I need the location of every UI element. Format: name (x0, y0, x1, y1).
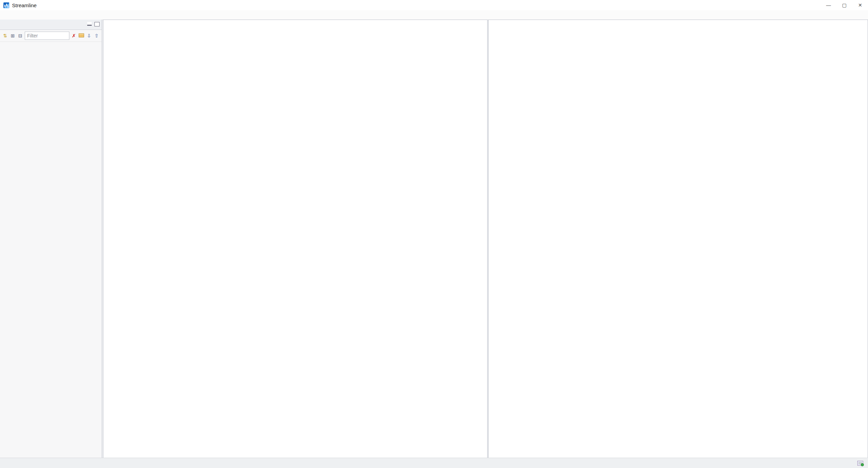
maximize-view-icon[interactable] (94, 22, 100, 26)
window-title: Streamline (12, 2, 37, 8)
title-bar: Streamline — ▢ ✕ (0, 0, 868, 11)
sidebar-tab-bar (0, 20, 102, 30)
sidebar-toolbar: ⇅ ⊞ ⊟ ✗ ⇩ ⇧ (0, 30, 102, 42)
close-button[interactable]: ✕ (852, 0, 868, 10)
clear-filter-icon[interactable]: ✗ (71, 33, 77, 38)
filter-input[interactable] (25, 32, 69, 40)
open-folder-icon[interactable] (78, 33, 84, 38)
window-controls: — ▢ ✕ (821, 0, 868, 10)
timeline-panel-300vulkan (488, 20, 868, 458)
export-icon[interactable]: ⇧ (93, 33, 100, 38)
minimize-button[interactable]: — (821, 0, 836, 10)
maximize-button[interactable]: ▢ (836, 0, 852, 10)
capture-tree (0, 42, 102, 44)
collapse-all-icon[interactable]: ⊟ (17, 33, 23, 38)
device-status-icon[interactable] (857, 461, 863, 466)
timeline-panel-300gles (103, 20, 488, 458)
menu-bar (0, 10, 868, 20)
sync-icon[interactable]: ⇅ (2, 33, 8, 38)
minimize-view-icon[interactable] (87, 22, 92, 26)
streamline-app-icon (3, 2, 9, 8)
expand-all-icon[interactable]: ⊞ (10, 33, 16, 38)
import-icon[interactable]: ⇩ (86, 33, 92, 38)
sidebar: ⇅ ⊞ ⊟ ✗ ⇩ ⇧ (0, 20, 102, 458)
status-bar (0, 458, 868, 468)
